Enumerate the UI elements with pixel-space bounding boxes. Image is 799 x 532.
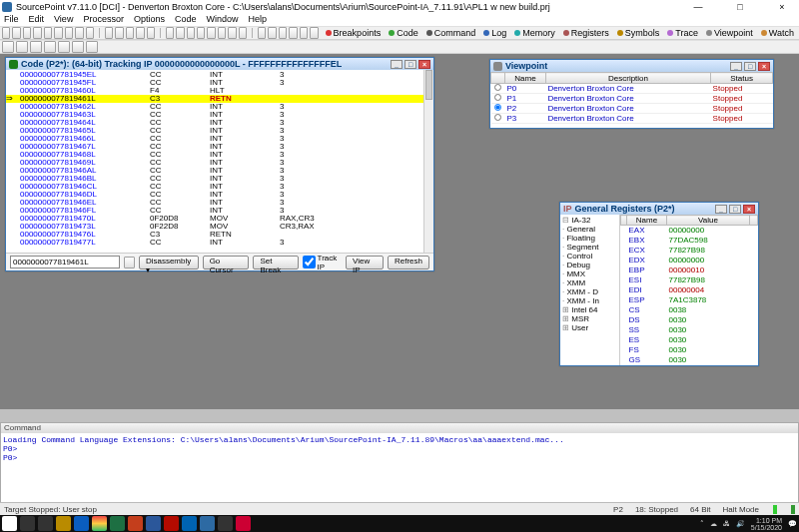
register-row[interactable]: EBX77DAC598 <box>621 236 758 246</box>
reg-max-icon[interactable]: □ <box>729 205 741 214</box>
tb-code[interactable]: Code <box>386 28 421 38</box>
tb-btn[interactable] <box>44 27 52 39</box>
code-close-icon[interactable]: × <box>418 60 430 69</box>
tree-node[interactable]: Control <box>560 252 619 261</box>
register-row[interactable]: ESI77827B98 <box>621 275 758 285</box>
tb-memory[interactable]: Memory <box>511 28 558 38</box>
tree-node[interactable]: Debug <box>560 261 619 269</box>
disassembly-button[interactable]: Disassembly ▾ <box>139 256 199 269</box>
app-icon[interactable] <box>236 516 251 531</box>
tb-btn[interactable] <box>86 41 98 53</box>
col-sel[interactable] <box>491 73 505 84</box>
tb-btn[interactable] <box>147 27 155 39</box>
window-maximize[interactable]: □ <box>725 2 755 12</box>
tb-btn[interactable] <box>65 27 73 39</box>
excel-icon[interactable] <box>110 516 125 531</box>
register-row[interactable]: ECX77827B98 <box>621 246 758 256</box>
tb-viewpoint[interactable]: Viewpoint <box>703 28 756 38</box>
menu-edit[interactable]: Edit <box>29 14 45 26</box>
register-row[interactable]: EDI00000004 <box>621 285 758 295</box>
tb-btn[interactable] <box>218 27 226 39</box>
tb-btn[interactable] <box>289 27 297 39</box>
viewpoint-row[interactable]: P3Denverton Broxton CoreStopped <box>491 114 773 124</box>
menu-window[interactable]: Window <box>206 14 238 26</box>
start-icon[interactable] <box>2 516 17 531</box>
setbreak-button[interactable]: Set Break <box>253 256 298 269</box>
viewpoint-row[interactable]: P1Denverton Broxton CoreStopped <box>491 94 773 104</box>
tb-btn[interactable] <box>207 27 215 39</box>
tb-registers[interactable]: Registers <box>560 28 612 38</box>
vp-radio[interactable] <box>494 114 501 121</box>
tb-btn[interactable] <box>16 41 28 53</box>
vp-radio[interactable] <box>494 94 501 101</box>
menu-help[interactable]: Help <box>248 14 267 26</box>
disassembly-listing[interactable]: 000000007781945ELCCINT3 000000007781945F… <box>6 70 433 248</box>
vp-min-icon[interactable]: _ <box>730 62 742 71</box>
window-close[interactable]: × <box>767 2 797 12</box>
vp-max-icon[interactable]: □ <box>744 62 756 71</box>
tb-btn[interactable] <box>136 27 144 39</box>
tb-log[interactable]: Log <box>480 28 509 38</box>
tray-cloud-icon[interactable]: ☁ <box>710 520 717 528</box>
sourcepoint-icon[interactable] <box>200 516 215 531</box>
register-row[interactable]: EAX00000000 <box>621 226 758 236</box>
word-icon[interactable] <box>146 516 161 531</box>
reg-close-icon[interactable]: × <box>743 205 755 214</box>
tb-command[interactable]: Command <box>423 28 479 38</box>
address-input[interactable] <box>10 256 120 268</box>
code-min-icon[interactable]: _ <box>391 60 402 69</box>
register-row[interactable]: EDX00000000 <box>621 256 758 266</box>
tree-node[interactable]: XMM <box>560 278 619 287</box>
tb-btn[interactable] <box>72 41 84 53</box>
tb-watch[interactable]: Watch <box>758 28 797 38</box>
tb-trace[interactable]: Trace <box>664 28 701 38</box>
chrome-icon[interactable] <box>92 516 107 531</box>
tb-btn[interactable] <box>2 27 10 39</box>
menu-view[interactable]: View <box>54 14 73 26</box>
tb-btn[interactable] <box>2 41 14 53</box>
tb-btn[interactable] <box>258 27 266 39</box>
viewip-button[interactable]: View IP <box>346 256 384 269</box>
explorer-icon[interactable] <box>56 516 71 531</box>
viewpoint-row[interactable]: P0Denverton Broxton CoreStopped <box>491 84 773 94</box>
tb-btn[interactable] <box>33 27 41 39</box>
tree-node[interactable]: Intel 64 <box>560 305 619 314</box>
col-desc[interactable]: Description <box>545 73 710 84</box>
tb-btn[interactable] <box>279 27 287 39</box>
vp-radio[interactable] <box>494 84 501 91</box>
register-row[interactable]: DS0030 <box>621 315 758 325</box>
gocursor-button[interactable]: Go Cursor <box>203 256 250 269</box>
code-max-icon[interactable]: □ <box>404 60 416 69</box>
vp-close-icon[interactable]: × <box>758 62 770 71</box>
register-row[interactable]: SS0030 <box>621 325 758 335</box>
tree-node[interactable]: MSR <box>560 314 619 323</box>
tb-btn[interactable] <box>115 27 123 39</box>
menu-code[interactable]: Code <box>175 14 197 26</box>
tb-btn[interactable] <box>58 41 70 53</box>
tb-btn[interactable] <box>126 27 134 39</box>
tb-breakpoints[interactable]: Breakpoints <box>323 28 385 38</box>
tb-btn[interactable] <box>23 27 31 39</box>
refresh-button[interactable]: Refresh <box>388 256 429 269</box>
register-tree[interactable]: IA-32GeneralFloatingSegmentControlDebugM… <box>560 215 620 365</box>
tray-up-icon[interactable]: ˄ <box>700 520 704 528</box>
col-name[interactable]: Name <box>505 73 546 84</box>
tree-node[interactable]: XMM - In <box>560 296 619 305</box>
reg-min-icon[interactable]: _ <box>715 205 727 214</box>
command-title[interactable]: Command <box>1 423 798 433</box>
code-title[interactable]: Code (P2*): (64-bit) Tracking IP 0000000… <box>6 58 433 70</box>
tree-node[interactable]: IA-32 <box>560 216 619 225</box>
tb-btn[interactable] <box>310 27 318 39</box>
tree-node[interactable]: General <box>560 225 619 234</box>
tray-vol-icon[interactable]: 🔊 <box>736 520 745 528</box>
register-grid[interactable]: NameValue EAX00000000EBX77DAC598ECX77827… <box>620 215 758 365</box>
tb-btn[interactable] <box>166 27 174 39</box>
app-icon[interactable] <box>182 516 197 531</box>
scrollbar[interactable] <box>423 70 433 253</box>
window-minimize[interactable]: — <box>683 2 713 12</box>
mail-icon[interactable] <box>74 516 89 531</box>
register-row[interactable]: CS0038 <box>621 305 758 315</box>
tree-node[interactable]: User <box>560 323 619 332</box>
vp-radio[interactable] <box>494 104 501 111</box>
viewpoint-table[interactable]: Name Description Status P0Denverton Brox… <box>490 72 773 124</box>
